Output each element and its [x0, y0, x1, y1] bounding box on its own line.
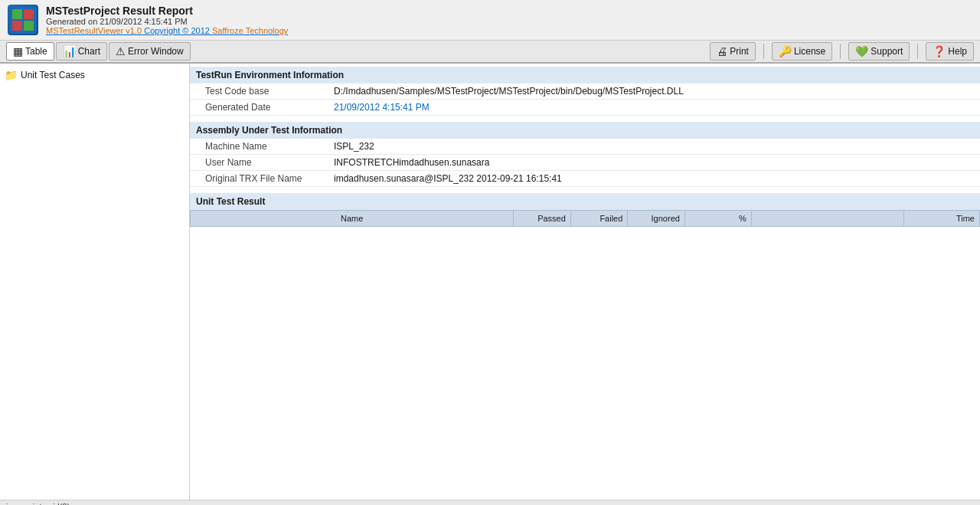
error-window-button[interactable]: ⚠ Error Window: [109, 42, 191, 61]
svg-rect-3: [12, 21, 22, 31]
separator2: [840, 44, 841, 59]
table-button[interactable]: ▦ Table: [6, 42, 54, 61]
svg-rect-2: [24, 9, 34, 19]
col-name: Name: [191, 211, 514, 227]
generated-line: Generated on 21/09/2012 4:15:41 PM: [46, 17, 972, 26]
col-pct: %: [684, 211, 751, 227]
col-failed: Failed: [570, 211, 628, 227]
toolbar-left: ▦ Table 📊 Chart ⚠ Error Window: [6, 42, 191, 61]
user-value: INFOSTRETCHimdadhusen.sunasara: [334, 157, 489, 168]
gen-date-row: Generated Date 21/09/2012 4:15:41 PM: [190, 100, 980, 116]
col-passed: Passed: [514, 211, 571, 227]
license-button[interactable]: 🔑 License: [772, 42, 832, 61]
print-label: Print: [730, 46, 749, 57]
help-label: Help: [948, 46, 967, 57]
code-base-row: Test Code base D:/Imdadhusen/Samples/MST…: [190, 84, 980, 100]
help-button[interactable]: ❓ Help: [926, 42, 974, 61]
user-row: User Name INFOSTRETCHimdadhusen.sunasara: [190, 155, 980, 171]
print-icon: 🖨: [717, 45, 727, 57]
run-info-header: TestRun Environment Information: [190, 67, 980, 84]
header-text: MSTestProject Result Report Generated on…: [46, 5, 972, 35]
machine-label: Machine Name: [196, 141, 334, 152]
support-label: Support: [871, 46, 903, 57]
gen-date-label: Generated Date: [196, 102, 334, 113]
assembly-header: Assembly Under Test Information: [190, 122, 980, 139]
logo-icon: [8, 5, 38, 35]
code-base-value: D:/Imdadhusen/Samples/MSTestProject/MSTe…: [334, 86, 684, 97]
result-table-section: Unit Test Result Name Passed Failed Igno…: [190, 193, 980, 227]
sidebar-title: Unit Test Cases: [21, 70, 85, 80]
machine-value: ISPL_232: [334, 141, 374, 152]
sidebar-header: 📁 Unit Test Cases: [0, 67, 189, 84]
sidebar-folder-icon: 📁: [5, 69, 18, 81]
gen-date-value: 21/09/2012 4:15:41 PM: [334, 102, 430, 113]
assembly-section: Assembly Under Test Information Machine …: [190, 119, 980, 190]
copyright-text: Copyright © 2012: [144, 26, 212, 35]
user-label: User Name: [196, 157, 334, 168]
viewer-link[interactable]: MSTestResultViewer v1.0: [46, 26, 142, 35]
support-button[interactable]: 💚 Support: [848, 42, 910, 61]
svg-rect-4: [24, 21, 34, 31]
report-title: MSTestProject Result Report: [46, 5, 972, 17]
chart-label: Chart: [78, 46, 100, 57]
statusbar-text: javascript:void(0);: [6, 502, 72, 505]
trx-label: Original TRX File Name: [196, 173, 334, 184]
col-bar: [751, 211, 903, 227]
separator: [763, 44, 764, 59]
sidebar: 📁 Unit Test Cases: [0, 64, 190, 500]
machine-row: Machine Name ISPL_232: [190, 139, 980, 155]
license-label: License: [794, 46, 825, 57]
info-section: TestRun Environment Information Test Cod…: [190, 64, 980, 119]
unit-result-header: Unit Test Result: [190, 193, 980, 210]
table-icon: ▦: [13, 45, 23, 57]
code-base-label: Test Code base: [196, 86, 334, 97]
col-time: Time: [903, 211, 979, 227]
support-icon: 💚: [855, 45, 868, 57]
trx-value: imdadhusen.sunasara@ISPL_232 2012-09-21 …: [334, 173, 562, 184]
svg-rect-1: [12, 9, 22, 19]
toolbar-right: 🖨 Print 🔑 License 💚 Support ❓ Help: [710, 42, 974, 61]
header-link-line: MSTestResultViewer v1.0 Copyright © 2012…: [46, 26, 972, 35]
error-icon: ⚠: [116, 45, 126, 57]
results-table: Name Passed Failed Ignored % Time: [190, 210, 980, 227]
chart-icon: 📊: [63, 45, 76, 57]
help-icon: ❓: [933, 45, 946, 57]
table-label: Table: [25, 46, 47, 57]
print-button[interactable]: 🖨 Print: [710, 42, 756, 61]
error-label: Error Window: [128, 46, 184, 57]
trx-row: Original TRX File Name imdadhusen.sunasa…: [190, 171, 980, 187]
statusbar: javascript:void(0);: [0, 500, 980, 505]
header: MSTestProject Result Report Generated on…: [0, 0, 980, 41]
company-link[interactable]: Saffroze Technology: [212, 26, 288, 35]
separator3: [917, 44, 918, 59]
license-icon: 🔑: [779, 45, 792, 57]
toolbar: ▦ Table 📊 Chart ⚠ Error Window 🖨 Print 🔑…: [0, 41, 980, 64]
content-area: TestRun Environment Information Test Cod…: [190, 64, 980, 500]
chart-button[interactable]: 📊 Chart: [56, 42, 107, 61]
main-area: 📁 Unit Test Cases TestRun Environment In…: [0, 64, 980, 500]
col-ignored: Ignored: [628, 211, 685, 227]
